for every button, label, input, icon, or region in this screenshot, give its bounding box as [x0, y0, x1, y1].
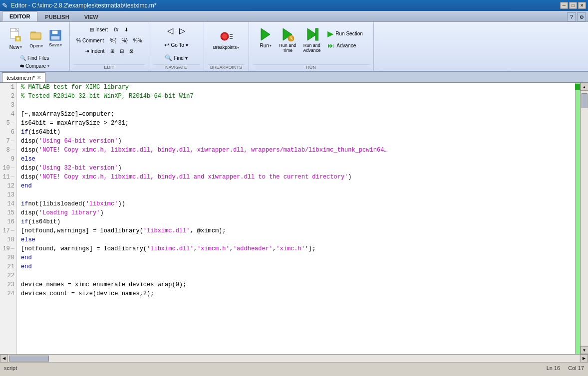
smart-indent-button[interactable]: ⊠	[127, 47, 136, 55]
run-and-time-button[interactable]: Run and Time	[277, 26, 298, 54]
minimize-button[interactable]: ─	[560, 2, 568, 9]
new-icon	[8, 27, 22, 43]
scroll-up-button[interactable]: ▲	[581, 83, 588, 91]
find-button[interactable]: 🔍 Find ▾	[162, 53, 190, 62]
insert-button[interactable]: ⊞ Insert	[87, 26, 110, 33]
settings-icon[interactable]: ⚙	[577, 12, 586, 21]
line-number: 12	[2, 182, 14, 190]
line-number: 8—	[2, 146, 14, 155]
run-label: Run	[260, 43, 269, 48]
breakpoints-button[interactable]: Breakpoints ▾	[211, 28, 242, 51]
advance-icon: ⏭	[327, 41, 334, 49]
find-files-button[interactable]: 🔍 Find Files	[17, 54, 51, 62]
back-button[interactable]: ◁	[165, 25, 176, 36]
status-right: Ln 16 Col 17	[547, 365, 584, 371]
navigate-group-label: NAVIGATE	[153, 64, 200, 71]
col-label: Col 17	[568, 365, 584, 371]
comment-line-button[interactable]: %%	[131, 37, 145, 44]
help-icon[interactable]: ?	[567, 12, 576, 21]
code-line: end	[21, 182, 571, 190]
ribbon: New ▾ Open ▾	[0, 22, 588, 72]
code-line	[21, 101, 571, 110]
forward-icon: ▷	[179, 26, 185, 35]
ln-label: Ln 16	[547, 365, 561, 371]
code-line: [notfound, warnings] = loadlibrary('libx…	[21, 244, 571, 253]
line-number: 10—	[2, 164, 14, 173]
window-title: Editor - C:\ximc-2.8.2\examples\testmatl…	[11, 2, 156, 9]
line-number: 6	[2, 128, 14, 137]
back-icon: ◁	[167, 26, 173, 35]
scroll-down-button[interactable]: ▼	[581, 346, 588, 354]
file-tab-name: testximc.m*	[6, 75, 35, 81]
fx-button[interactable]: fx	[111, 25, 121, 34]
tab-view[interactable]: VIEW	[77, 11, 106, 21]
open-button[interactable]: Open ▾	[27, 27, 45, 50]
line-number: 5—	[2, 119, 14, 128]
close-button[interactable]: ✕	[578, 2, 586, 9]
run-time-label: Run and Time	[279, 43, 296, 53]
hscroll-thumb[interactable]	[9, 356, 49, 362]
line-number: 9	[2, 155, 14, 164]
code-line: % Tested R2014b 32-bit WinXP, R2014b 64-…	[21, 92, 571, 101]
scroll-track[interactable]	[581, 91, 588, 346]
code-line: % MATLAB test for XIMC library	[21, 83, 571, 92]
new-arrow: ▾	[20, 45, 22, 49]
line-number: 13	[2, 190, 14, 199]
code-line: if not(libisloaded('libximc'))	[21, 199, 571, 208]
hscroll-track[interactable]	[8, 355, 580, 362]
save-icon	[49, 30, 61, 42]
advance-label: Advance	[336, 43, 356, 48]
scroll-left-button[interactable]: ◀	[0, 355, 8, 363]
scroll-thumb[interactable]	[582, 93, 588, 108]
run-section-label: Run Section	[335, 31, 362, 36]
tab-publish[interactable]: PUBLISH	[37, 11, 76, 21]
ribbon-group-edit: ⊞ Insert fx ⬇ % Comment %{ %} %% ⇥	[70, 22, 149, 71]
uncomment-block-button[interactable]: %}	[119, 37, 130, 44]
indent-icon: ⇥	[85, 48, 89, 54]
save-button[interactable]: Save ▾	[46, 28, 64, 49]
indent-increase-button[interactable]: ⊞	[108, 47, 117, 55]
app-icon: ✎	[2, 1, 8, 9]
run-group-label: RUN	[253, 64, 369, 71]
insert-icon: ⊞	[90, 27, 94, 32]
file-tab-testximc[interactable]: testximc.m* ✕	[2, 72, 45, 82]
code-line: disp('NOTE! Copy ximc.h, libximc.dll, bi…	[21, 146, 571, 155]
run-icon	[259, 27, 272, 42]
format-button[interactable]: ⬇	[122, 26, 131, 33]
line-number: 22	[2, 271, 14, 280]
forward-button[interactable]: ▷	[177, 25, 188, 36]
comment-button[interactable]: % Comment	[74, 37, 106, 44]
tab-editor[interactable]: EDITOR	[2, 11, 37, 21]
code-line: end	[21, 262, 571, 271]
run-and-advance-button[interactable]: Run and Advance	[300, 26, 323, 54]
code-line: device_names = ximc_enumerate_devices_wr…	[21, 280, 571, 289]
editor-area: 12345—67—8—910—11—121314151617—1819—2021…	[0, 83, 588, 354]
ribbon-tab-extras: ? ⚙	[567, 12, 588, 21]
line-number: 21	[2, 262, 14, 271]
advance-button[interactable]: ⏭ Advance	[325, 40, 365, 50]
vertical-scrollbar[interactable]: ▲ ▼	[580, 83, 588, 354]
code-area[interactable]: % MATLAB test for XIMC library% Tested R…	[17, 83, 575, 354]
tab-bar: testximc.m* ✕	[0, 72, 588, 83]
code-line: disp('Using 64-bit version')	[21, 137, 571, 146]
file-tab-close[interactable]: ✕	[37, 75, 41, 80]
indent-decrease-button[interactable]: ⊟	[117, 47, 126, 55]
run-time-icon	[281, 27, 294, 42]
scroll-indicator	[576, 83, 580, 354]
goto-button[interactable]: ↩ Go To ▾	[162, 40, 190, 49]
comment-block-button[interactable]: %{	[107, 37, 118, 44]
indent-button[interactable]: ⇥ Indent	[82, 47, 107, 55]
window-controls: ─ □ ✕	[560, 2, 586, 9]
run-section-button[interactable]: ▶ Run Section	[325, 28, 365, 39]
horizontal-scrollbar[interactable]: ◀ ▶	[0, 354, 588, 362]
line-number: 19—	[2, 244, 14, 253]
run-button[interactable]: Run ▾	[257, 26, 275, 50]
new-button[interactable]: New ▾	[5, 25, 26, 52]
maximize-button[interactable]: □	[569, 2, 577, 9]
title-bar: ✎ Editor - C:\ximc-2.8.2\examples\testma…	[0, 0, 588, 11]
goto-icon: ↩	[164, 41, 169, 48]
line-number: 11—	[2, 173, 14, 182]
compare-button[interactable]: ⇆ Compare ▾	[17, 62, 52, 70]
run-advance-label: Run and Advance	[303, 43, 320, 53]
scroll-right-button[interactable]: ▶	[580, 355, 588, 363]
